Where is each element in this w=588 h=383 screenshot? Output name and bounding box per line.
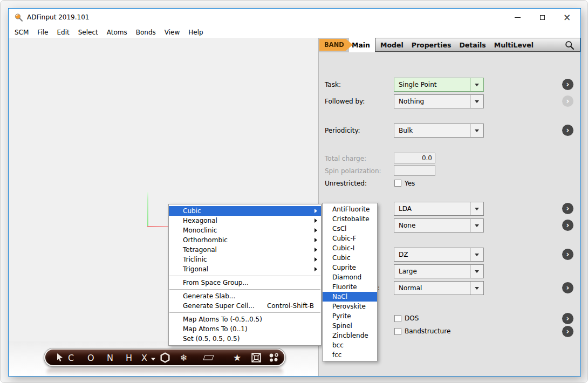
oxygen-tool[interactable]: O <box>87 352 94 363</box>
fragments-dots-icon[interactable] <box>269 353 279 363</box>
dropdown-arrow-icon[interactable] <box>470 78 483 91</box>
menu-item-monoclinic[interactable]: Monoclinic <box>169 225 321 235</box>
submenu-item-cscl[interactable]: CsCl <box>323 224 377 234</box>
menu-item-orthorhombic[interactable]: Orthorhombic <box>169 235 321 245</box>
followed-by-detail-button-disabled: › <box>562 95 573 107</box>
submenu-item-antifluorite[interactable]: AntiFluorite <box>323 204 377 214</box>
menu-help[interactable]: Help <box>184 28 207 37</box>
xc-detail-button[interactable]: › <box>562 203 573 214</box>
menu-bonds[interactable]: Bonds <box>132 28 160 37</box>
menubar: SCM File Edit Select Atoms Bonds View He… <box>9 26 580 38</box>
menu-item-trigonal[interactable]: Trigonal <box>169 264 321 274</box>
unit-cell-frame-icon[interactable] <box>251 353 261 363</box>
menu-item-set-half[interactable]: Set (0.5, 0.5, 0.5) <box>169 334 321 344</box>
unrestricted-checkbox[interactable] <box>394 180 401 187</box>
periodicity-detail-button[interactable]: › <box>562 125 573 136</box>
total-charge-field[interactable] <box>394 153 435 163</box>
followed-by-combobox[interactable]: Nothing <box>394 94 484 108</box>
plane-parallelogram-icon[interactable] <box>203 355 214 360</box>
app-magnifier-icon <box>14 13 24 23</box>
menu-item-map-atoms-unit[interactable]: Map Atoms To (0..1) <box>169 324 321 334</box>
submenu-item-cristobalite[interactable]: Cristobalite <box>323 214 377 224</box>
unrestricted-label: Unrestricted: <box>325 180 367 187</box>
maximize-button[interactable] <box>530 9 555 26</box>
bandstructure-checkbox[interactable] <box>394 328 401 335</box>
ring-hexagon-icon[interactable] <box>160 352 170 363</box>
freeze-snowflake-icon[interactable]: ❄ <box>180 352 187 363</box>
submenu-item-cubic-i[interactable]: Cubic-I <box>323 243 377 253</box>
xc-functional-combobox[interactable]: LDA <box>394 202 484 216</box>
dropdown-arrow-icon[interactable] <box>470 202 483 215</box>
tab-multilevel[interactable]: MultiLevel <box>494 41 534 49</box>
menu-item-from-space-group[interactable]: From Space Group... <box>169 278 321 288</box>
submenu-item-cuprite[interactable]: Cuprite <box>323 263 377 272</box>
search-icon[interactable] <box>565 40 575 50</box>
tab-model[interactable]: Model <box>380 41 404 49</box>
relativity-combobox[interactable]: None <box>394 218 484 232</box>
atom-toolbar: C O N H X ❄ ★ <box>44 348 285 366</box>
submenu-arrow-icon <box>314 267 317 271</box>
dropdown-arrow-icon[interactable] <box>470 95 483 108</box>
spin-polarization-field[interactable] <box>394 165 435 176</box>
menu-item-cubic[interactable]: Cubic <box>169 206 321 216</box>
nitrogen-tool[interactable]: N <box>107 352 113 363</box>
element-dropdown-icon[interactable] <box>151 358 155 360</box>
task-detail-button[interactable]: › <box>562 79 573 90</box>
menu-item-generate-super-cell[interactable]: Generate Super Cell... Control-Shift-B <box>169 301 321 311</box>
menu-edit[interactable]: Edit <box>52 28 73 37</box>
menu-scm[interactable]: SCM <box>10 28 33 37</box>
star-tool-icon[interactable]: ★ <box>233 352 241 363</box>
dropdown-arrow-icon[interactable] <box>470 282 483 295</box>
menu-view[interactable]: View <box>160 28 184 37</box>
submenu-item-cubic-f[interactable]: Cubic-F <box>323 234 377 243</box>
menu-item-hexagonal[interactable]: Hexagonal <box>169 216 321 225</box>
basis-set-combobox[interactable]: DZ <box>394 248 484 262</box>
frozen-core-combobox[interactable]: Large <box>394 264 484 278</box>
submenu-item-fcc[interactable]: fcc <box>323 350 377 360</box>
submenu-item-perovskite[interactable]: Perovskite <box>323 302 377 311</box>
submenu-item-spinel[interactable]: Spinel <box>323 321 377 331</box>
menu-item-tetragonal[interactable]: Tetragonal <box>169 245 321 255</box>
quality-detail-button[interactable]: › <box>562 282 573 293</box>
submenu-item-nacl[interactable]: NaCl <box>323 292 377 302</box>
submenu-arrow-icon <box>314 228 317 232</box>
close-button[interactable]: × <box>555 9 579 26</box>
carbon-tool[interactable]: C <box>68 352 74 363</box>
submenu-item-cubic[interactable]: Cubic <box>323 253 377 263</box>
menu-item-generate-slab[interactable]: Generate Slab... <box>169 291 321 301</box>
dos-checkbox[interactable] <box>394 315 401 322</box>
tab-properties[interactable]: Properties <box>412 41 452 49</box>
dropdown-arrow-icon[interactable] <box>470 248 483 261</box>
menu-item-triclinic[interactable]: Triclinic <box>169 255 321 264</box>
quality-combobox[interactable]: Normal <box>394 281 484 295</box>
submenu-item-zincblende[interactable]: Zincblende <box>323 331 377 340</box>
pointer-tool-icon[interactable] <box>56 353 63 362</box>
submenu-item-diamond[interactable]: Diamond <box>323 272 377 282</box>
dropdown-arrow-icon[interactable] <box>470 124 483 137</box>
element-x-tool[interactable]: X <box>141 352 147 363</box>
periodicity-combobox[interactable]: Bulk <box>394 124 484 138</box>
dropdown-arrow-icon[interactable] <box>470 265 483 278</box>
bandstructure-detail-button[interactable]: › <box>562 326 573 337</box>
menu-item-map-atoms-half[interactable]: Map Atoms To (-0.5..0.5) <box>169 314 321 324</box>
hydrogen-tool[interactable]: H <box>126 352 133 363</box>
titlebar[interactable]: ADFinput 2019.101 × <box>9 9 580 26</box>
submenu-item-bcc[interactable]: bcc <box>323 340 377 350</box>
submenu-item-fluorite[interactable]: Fluorite <box>323 282 377 292</box>
menu-atoms[interactable]: Atoms <box>102 28 132 37</box>
menu-file[interactable]: File <box>33 28 52 37</box>
window-controls: × <box>505 9 579 26</box>
dos-detail-button[interactable]: › <box>562 313 573 324</box>
task-combobox[interactable]: Single Point <box>394 78 484 92</box>
tab-main[interactable]: Main <box>349 38 375 52</box>
shortcut-label: Control-Shift-B <box>267 302 321 310</box>
relativity-detail-button[interactable]: › <box>562 220 573 231</box>
menu-select[interactable]: Select <box>74 28 102 37</box>
band-engine-badge[interactable]: BAND <box>319 39 353 51</box>
minimize-button[interactable] <box>505 9 530 26</box>
unrestricted-yes-label: Yes <box>405 180 415 187</box>
tab-details[interactable]: Details <box>459 41 486 49</box>
basis-detail-button[interactable]: › <box>562 249 573 260</box>
submenu-item-pyrite[interactable]: Pyrite <box>323 311 377 321</box>
dropdown-arrow-icon[interactable] <box>470 219 483 232</box>
